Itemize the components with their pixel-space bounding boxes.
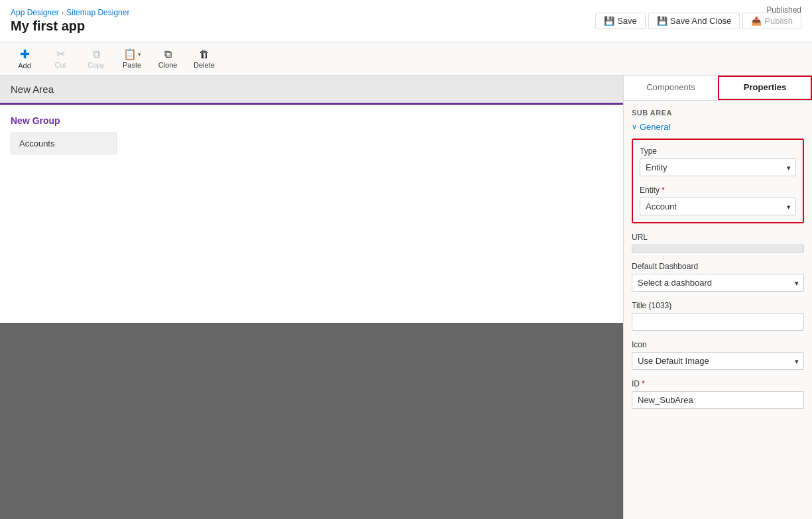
icon-select[interactable]: Use Default Image	[632, 352, 804, 370]
general-section-toggle[interactable]: ∨ General	[632, 122, 804, 132]
save-label: Save	[617, 16, 637, 26]
cut-label: Cut	[54, 61, 66, 69]
delete-toolbar-item[interactable]: 🗑 Delete	[187, 46, 221, 72]
canvas: New Area New Group Accounts	[0, 76, 623, 519]
url-label: URL	[632, 233, 804, 242]
title-input[interactable]	[632, 313, 804, 331]
entity-select[interactable]: Account Contact Lead	[640, 198, 796, 215]
paste-chevron-icon: ▾	[138, 51, 141, 58]
top-bar: App Designer › Sitemap Designer My first…	[0, 0, 812, 42]
paste-icon: 📋	[123, 49, 137, 60]
panel-tabs: Components Properties	[624, 76, 812, 101]
delete-label: Delete	[194, 61, 215, 69]
default-dashboard-label: Default Dashboard	[632, 262, 804, 271]
copy-toolbar-item[interactable]: ⧉ Copy	[80, 46, 113, 72]
canvas-bottom-area	[0, 323, 623, 520]
dashboard-select[interactable]: Select a dashboard	[632, 274, 804, 292]
published-status: Published	[766, 5, 801, 15]
toolbar: ✚ Add ✂ Cut ⧉ Copy 📋 ▾ Paste ⧉ Clone 🗑 D…	[0, 42, 812, 76]
section-chevron-icon: ∨	[632, 123, 637, 131]
add-label: Add	[18, 62, 31, 70]
breadcrumb-sitemap-designer[interactable]: Sitemap Designer	[66, 8, 129, 17]
cut-toolbar-item[interactable]: ✂ Cut	[44, 46, 77, 72]
clone-icon: ⧉	[164, 49, 172, 60]
type-entity-box: Type Entity URL Web Resource ▾ Entity	[632, 139, 804, 223]
paste-label: Paste	[123, 61, 141, 69]
area-title: New Area	[11, 84, 54, 95]
app-title: My first app	[11, 19, 129, 34]
title-label: Title (1033)	[632, 301, 804, 310]
entity-field-group: Entity * Account Contact Lead ▾	[640, 186, 796, 215]
copy-label: Copy	[87, 61, 105, 69]
id-required-star: *	[642, 379, 645, 388]
add-icon: ✚	[20, 48, 30, 60]
id-input[interactable]	[632, 391, 804, 409]
top-actions: 💾 Save 💾 Save And Close 📤 Publish	[595, 13, 801, 29]
entity-label: Entity *	[640, 186, 796, 195]
area-header: New Area	[0, 76, 623, 105]
icon-label: Icon	[632, 340, 804, 349]
group-header[interactable]: New Group	[11, 115, 612, 126]
right-panel: Components Properties SUB AREA ∨ General…	[623, 76, 812, 519]
breadcrumb-chevron: ›	[62, 9, 64, 17]
url-field-group: URL	[632, 233, 804, 253]
save-close-icon: 💾	[657, 16, 667, 26]
sub-area-label: SUB AREA	[632, 109, 804, 117]
icon-field-group: Icon Use Default Image ▾	[632, 340, 804, 370]
title-field-group: Title (1033)	[632, 301, 804, 331]
general-section-label: General	[640, 122, 670, 132]
panel-content: SUB AREA ∨ General Type Entity URL Web R…	[624, 101, 812, 519]
save-icon: 💾	[604, 16, 614, 26]
clone-label: Clone	[158, 61, 178, 69]
save-and-close-button[interactable]: 💾 Save And Close	[648, 13, 740, 29]
icon-select-wrapper: Use Default Image ▾	[632, 352, 804, 370]
tab-properties[interactable]: Properties	[718, 76, 812, 100]
clone-toolbar-item[interactable]: ⧉ Clone	[151, 46, 184, 72]
breadcrumb: App Designer › Sitemap Designer	[11, 8, 129, 17]
id-field-group: ID *	[632, 379, 804, 409]
copy-icon: ⧉	[93, 49, 100, 60]
tab-components[interactable]: Components	[624, 76, 718, 100]
top-bar-left: App Designer › Sitemap Designer My first…	[11, 8, 129, 34]
id-label: ID *	[632, 379, 804, 388]
type-field-group: Type Entity URL Web Resource ▾	[640, 146, 796, 176]
entity-select-wrapper: Account Contact Lead ▾	[640, 198, 796, 215]
canvas-content[interactable]: New Group Accounts	[0, 105, 623, 323]
save-button[interactable]: 💾 Save	[595, 13, 646, 29]
cut-icon: ✂	[56, 49, 65, 60]
publish-button[interactable]: 📤 Publish	[742, 13, 801, 29]
publish-label: Publish	[764, 16, 793, 26]
url-input	[632, 245, 804, 253]
paste-toolbar-item[interactable]: 📋 ▾ Paste	[115, 46, 148, 72]
main-layout: New Area New Group Accounts Components P…	[0, 76, 812, 519]
delete-icon: 🗑	[199, 49, 209, 60]
default-dashboard-field-group: Default Dashboard Select a dashboard ▾	[632, 262, 804, 292]
entity-required-star: *	[662, 186, 665, 195]
publish-icon: 📤	[751, 16, 762, 26]
type-label: Type	[640, 146, 796, 156]
save-close-label: Save And Close	[670, 16, 732, 26]
type-select[interactable]: Entity URL Web Resource	[640, 158, 796, 176]
add-toolbar-item[interactable]: ✚ Add	[8, 46, 41, 72]
dashboard-select-wrapper: Select a dashboard ▾	[632, 274, 804, 292]
type-select-wrapper: Entity URL Web Resource ▾	[640, 158, 796, 176]
accounts-item[interactable]: Accounts	[11, 133, 117, 154]
breadcrumb-app-designer[interactable]: App Designer	[11, 8, 59, 17]
